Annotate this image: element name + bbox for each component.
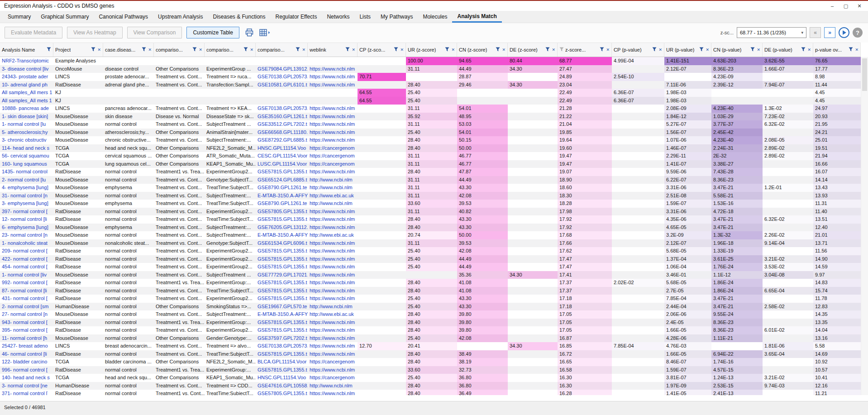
column-header-compariso[interactable]: compariso...✕ [154,43,205,57]
remove-column-icon[interactable]: ✕ [400,48,404,52]
filter-icon[interactable] [699,47,704,52]
filter-icon[interactable] [652,47,657,52]
filter-icon[interactable] [801,47,806,52]
filter-icon[interactable] [192,47,197,52]
filter-icon[interactable] [445,47,449,52]
filter-icon[interactable] [600,47,604,52]
tab-molecules[interactable]: Molecules [418,11,452,23]
table-row[interactable]: 1- normal control [livMouseDiseasenormal… [0,271,861,279]
remove-column-icon[interactable]: ✕ [606,48,610,52]
export-table-icon[interactable] [259,28,270,37]
column-header-de-p-value[interactable]: DE (p-value)✕ [763,43,813,57]
table-row[interactable]: 140- head and neck sTCGAhead and neck sq… [0,374,861,382]
view-comparison-button[interactable]: View Comparison [127,27,182,38]
table-row[interactable]: 6- emphysema [lung]MouseDiseaseemphysema… [0,224,861,232]
maximize-button[interactable]: ▢ [839,1,853,11]
filter-icon[interactable] [545,47,550,52]
tab-upstream-analysis[interactable]: Upstream Analysis [153,11,208,23]
z-score-range-dropdown[interactable]: 68.77 - 11.36 (1/235) ▾ [737,27,806,38]
table-row[interactable]: 160- lung squamousTCGAlung squamous cel.… [0,160,861,168]
table-row[interactable]: 431- normal control [RatDiseasenormal co… [0,295,861,303]
filter-icon[interactable] [394,47,398,52]
table-row[interactable]: 422- normal control [RatDiseasenormal co… [0,255,861,263]
scrollbar-thumb[interactable] [862,58,867,91]
table-row[interactable]: 56- cervical squamouTCGAcervical squamou… [0,152,861,160]
table-row[interactable]: 1- nonalcoholic steatMouseDiseasenonalco… [0,239,861,248]
table-row[interactable]: 25427- breast adenoLINCSbreast adenocarc… [0,342,861,350]
table-row[interactable]: 1- skin disease [skin]MouseDiseaseskin d… [0,113,861,121]
next-page-button[interactable]: » [824,27,835,38]
remove-column-icon[interactable]: ✕ [250,48,253,52]
table-row[interactable]: 2- normal control [luMouseDiseasenormal … [0,176,861,184]
table-row[interactable]: 5- atherosclerosis;hyMouseDiseaseatheros… [0,129,861,137]
filter-icon[interactable] [345,47,350,52]
vertical-scrollbar[interactable] [861,57,868,395]
table-row[interactable]: 114- head and neck sTCGAhead and neck sq… [0,144,861,153]
table-row[interactable]: 2- normal control [smHumanDiseasenormal … [0,303,861,311]
remove-column-icon[interactable]: ✕ [552,48,555,52]
column-header-weblink[interactable]: weblink✕ [308,43,358,57]
filter-icon[interactable] [142,47,146,52]
table-row[interactable]: 10- adrenal gland phRatDiseaseadrenal gl… [0,81,861,89]
remove-column-icon[interactable]: ✕ [302,48,305,52]
filter-icon[interactable] [750,47,755,52]
column-header-cp-p-value[interactable]: CP (p-value)✕ [612,43,664,57]
print-icon[interactable] [245,28,254,37]
column-header-cn-p-value[interactable]: CN (p-value)✕ [711,43,763,57]
table-row[interactable]: 454- normal control [RatDiseasenormal co… [0,263,861,271]
table-row[interactable]: 11- normal control [hMouseDiseasenormal … [0,334,861,343]
column-header-z-score[interactable]: z-score...✕ [558,43,612,57]
column-header-cp-z-sco[interactable]: CP (z-sco...✕ [358,43,406,57]
table-row[interactable]: 10888- pancreas adeLINCSpancreas adenoca… [0,105,861,113]
table-row[interactable]: 397- normal control [RatDiseasenormal co… [0,208,861,216]
table-row[interactable]: NRF2-TranscriptomicExample Analyses100.0… [0,57,861,65]
table-row[interactable]: 12- normal control [liRatDiseasenormal c… [0,215,861,224]
customize-table-button[interactable]: Customize Table [186,27,239,38]
filter-icon[interactable] [243,47,248,52]
remove-column-icon[interactable]: ✕ [658,48,662,52]
column-header-ur-z-score[interactable]: UR (z-score)✕ [406,43,457,57]
filter-icon[interactable] [91,47,95,52]
table-row[interactable]: 395- normal control [RatDiseasenormal co… [0,326,861,334]
view-as-heatmap-button[interactable]: View As Heatmap [67,27,123,38]
remove-column-icon[interactable]: ✕ [97,48,101,52]
tab-my-pathways[interactable]: My Pathways [376,11,418,23]
column-header-cn-z-score[interactable]: CN (z-score)✕ [457,43,508,57]
evaluate-metadata-button[interactable]: Evaluate Metadata [5,27,62,38]
column-header-ur-p-value[interactable]: UR (p-value)✕ [664,43,711,57]
column-header-de-z-score[interactable]: DE (z-score)✕ [508,43,558,57]
table-row[interactable]: 1435- normal controlRatDiseasenormal con… [0,168,861,176]
remove-column-icon[interactable]: ✕ [807,48,811,52]
column-header-p-value-ov[interactable]: p-value ov...✕ [813,43,861,57]
remove-column-icon[interactable]: ✕ [757,48,760,52]
remove-column-icon[interactable]: ✕ [148,48,152,52]
column-header-case-diseas[interactable]: case.diseas...✕ [103,43,154,57]
remove-column-icon[interactable]: ✕ [706,48,709,52]
tab-regulator-effects[interactable]: Regulator Effects [271,11,322,23]
tab-networks[interactable]: Networks [322,11,354,23]
table-row[interactable]: 1- normal control [luMouseDiseasenormal … [0,120,861,129]
remove-column-icon[interactable]: ✕ [502,48,506,52]
tab-canonical-pathways[interactable]: Canonical Pathways [94,11,153,23]
filter-icon[interactable] [47,47,51,52]
table-row[interactable]: 371- normal control [RatDiseasenormal co… [0,390,861,395]
table-row[interactable]: All samples_All mers 1KJ64.5525.4022.496… [0,89,861,97]
table-row[interactable]: 31- normal control [nMouseDiseasenormal … [0,192,861,200]
table-row[interactable]: 992- normal control [RatDiseasenormal co… [0,279,861,287]
column-header-analysis-name[interactable]: Analysis Name [0,43,53,57]
table-row[interactable]: 27- normal control [nMouseDiseasenormal … [0,310,861,319]
table-row[interactable]: 943- normal control [RatDiseasenormal co… [0,319,861,327]
tab-summary[interactable]: Summary [3,11,36,23]
play-button[interactable] [839,27,849,38]
minimize-button[interactable]: – [825,1,839,11]
table-row[interactable]: 46- normal control [liRatDiseasenormal c… [0,350,861,358]
tab-graphical-summary[interactable]: Graphical Summary [36,11,94,23]
table-row[interactable]: 209- normal control [RatDiseasenormal co… [0,247,861,255]
table-row[interactable]: All samples_All mets 1KJ64.5525.4022.496… [0,97,861,105]
table-row[interactable]: 87- normal control [liRatDiseasenormal c… [0,287,861,295]
table-row[interactable]: 3- normal control [neHumanDiseasenormal … [0,382,861,390]
previous-page-button[interactable]: « [810,27,821,38]
filter-icon[interactable] [296,47,300,52]
remove-column-icon[interactable]: ✕ [199,48,202,52]
column-header-compariso[interactable]: compariso...✕ [256,43,308,57]
